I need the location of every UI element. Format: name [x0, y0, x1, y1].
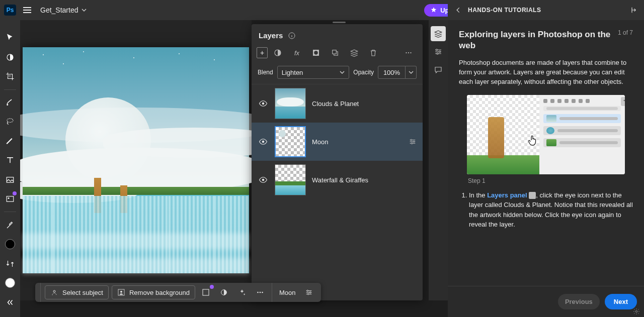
hamburger-menu[interactable] — [19, 2, 35, 18]
star-icon — [430, 7, 437, 14]
adjustment-tool[interactable] — [2, 48, 19, 67]
remove-bg-label: Remove background — [129, 289, 190, 296]
tutorial-popout-button[interactable] — [629, 6, 637, 14]
layer-row[interactable]: Waterfall & Giraffes — [252, 161, 423, 199]
lasso-tool[interactable] — [2, 112, 19, 132]
cursor-hand-icon — [527, 134, 538, 147]
panel-rail — [429, 20, 448, 300]
select-subject-button[interactable]: Select subject — [45, 285, 109, 299]
toggle-visibility-button[interactable] — [258, 137, 269, 146]
panel-drag-handle[interactable] — [329, 20, 349, 24]
more-icon — [256, 288, 265, 297]
svg-point-19 — [262, 141, 265, 143]
tutorial-footer: Previous Next — [448, 286, 644, 317]
crop-tool[interactable] — [2, 67, 19, 86]
layer-fx-button[interactable]: fx — [288, 46, 306, 60]
document-canvas[interactable] — [23, 47, 249, 273]
info-icon[interactable] — [288, 32, 296, 40]
delete-layer-button[interactable] — [364, 46, 382, 60]
add-mask-button[interactable] — [307, 46, 325, 60]
svg-point-23 — [262, 179, 265, 181]
black-swatch-icon — [5, 239, 15, 249]
toggle-visibility-button[interactable] — [258, 99, 269, 108]
layers-panel-link[interactable]: Layers panel — [487, 191, 527, 199]
layer-thumbnail[interactable] — [275, 164, 306, 195]
half-circle-icon — [220, 288, 228, 296]
opacity-input[interactable]: 100% — [378, 66, 406, 79]
step-text-prefix: In the — [469, 191, 487, 199]
svg-point-5 — [7, 104, 8, 105]
layer-name: Waterfall & Giraffes — [312, 176, 368, 184]
chevron-down-icon — [340, 70, 345, 75]
clip-mask-button[interactable] — [326, 46, 344, 60]
paintbrush-tool[interactable] — [2, 131, 19, 151]
opacity-dropdown[interactable] — [406, 66, 417, 79]
svg-rect-4 — [8, 74, 11, 77]
svg-point-22 — [411, 143, 413, 144]
layer-row[interactable]: Clouds & Planet — [252, 84, 423, 123]
tutorial-back-button[interactable] — [455, 7, 462, 14]
eyedropper-icon — [6, 221, 15, 230]
layer-name: Clouds & Planet — [312, 100, 359, 108]
context-toolbar: Select subject Remove background Moon — [35, 283, 321, 302]
adjustment-icon — [6, 53, 15, 62]
trash-icon — [369, 48, 378, 57]
background-color[interactable] — [2, 273, 19, 293]
layer-settings-button[interactable] — [301, 285, 316, 299]
group-layers-button[interactable] — [345, 46, 363, 60]
layer-list: Clouds & Planet Moon Waterfall & Giraffe… — [252, 84, 423, 300]
svg-point-9 — [8, 197, 10, 199]
gen-fill-button[interactable] — [198, 285, 213, 299]
svg-rect-7 — [7, 177, 14, 182]
layer-properties-button[interactable] — [409, 138, 417, 146]
select-subject-icon — [50, 288, 58, 296]
cursor-icon — [6, 33, 15, 42]
adjust-button[interactable] — [216, 285, 231, 299]
spot-heal-icon — [6, 98, 15, 107]
svg-point-37 — [437, 53, 438, 54]
remove-bg-icon — [117, 288, 125, 296]
image-icon — [6, 175, 15, 184]
layer-thumbnail[interactable] — [275, 126, 306, 157]
properties-rail-button[interactable] — [431, 44, 446, 59]
tutorial-step-counter: 1 of 7 — [618, 29, 633, 36]
move-tool[interactable] — [2, 28, 19, 48]
brush-tool[interactable] — [2, 92, 19, 112]
tutorial-settings-button[interactable] — [633, 308, 640, 315]
svg-point-15 — [406, 52, 407, 53]
swap-icon — [6, 259, 15, 268]
layer-mask-button[interactable] — [269, 46, 287, 60]
blend-mode-dropdown[interactable]: Lighten — [277, 66, 350, 79]
app-logo[interactable]: Ps — [4, 5, 16, 16]
swap-colors[interactable] — [2, 254, 19, 273]
image-tool[interactable] — [2, 170, 19, 189]
sliders-icon — [305, 288, 313, 296]
more-options-button[interactable] — [253, 285, 268, 299]
eye-icon — [259, 175, 268, 184]
new-layer-button[interactable]: + — [257, 47, 268, 58]
svg-rect-27 — [203, 289, 209, 295]
eyedropper-tool[interactable] — [2, 215, 19, 235]
select-subject-label: Select subject — [62, 289, 103, 296]
foreground-color[interactable] — [2, 235, 19, 254]
layer-thumbnail[interactable] — [275, 88, 306, 119]
layers-rail-button[interactable] — [431, 26, 446, 41]
type-tool[interactable] — [2, 151, 19, 170]
toggle-visibility-button[interactable] — [258, 175, 269, 184]
mask-icon — [311, 48, 320, 57]
layers-more-button[interactable] — [399, 46, 418, 60]
half-circle-icon — [273, 48, 282, 57]
collapse-tools-button[interactable] — [2, 293, 19, 312]
generative-tool[interactable] — [2, 189, 19, 209]
svg-point-6 — [7, 119, 13, 123]
comments-rail-button[interactable] — [431, 62, 446, 77]
document-title-dropdown[interactable]: Get_Started — [38, 6, 89, 14]
stack-icon — [434, 29, 443, 38]
sparkle-button[interactable] — [234, 285, 250, 299]
svg-point-35 — [436, 49, 438, 51]
next-button[interactable]: Next — [605, 294, 637, 309]
sliders-icon — [409, 138, 417, 146]
svg-point-30 — [260, 292, 261, 293]
remove-background-button[interactable]: Remove background — [112, 285, 195, 299]
layer-row[interactable]: Moon — [252, 123, 423, 161]
